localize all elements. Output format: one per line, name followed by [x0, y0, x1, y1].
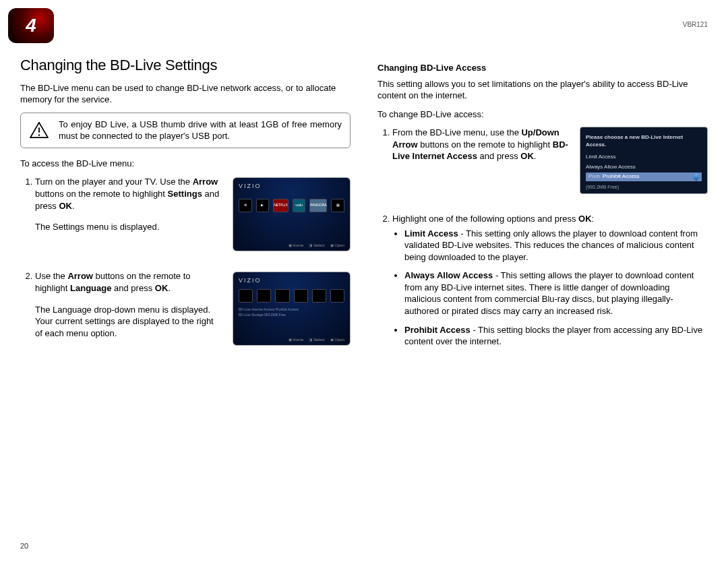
tv-icon-vudu: vudu [293, 199, 306, 212]
popup-free: (993.2MB Free) [586, 184, 702, 190]
tv-footer-item: ◉ Home [289, 337, 304, 342]
tv-icon-pandora: PANDORA [309, 199, 327, 212]
subheading: Changing BD-Live Access [377, 62, 708, 74]
options-list: Limit Access - This setting only allows … [392, 228, 708, 348]
chapter-tab: 4 [8, 8, 54, 43]
tv-logo: VIZIO [239, 182, 344, 190]
tv-line: BD-Live Storage 993.2MB Free [239, 312, 344, 317]
tv-icon [239, 289, 253, 303]
warning-icon [29, 121, 49, 139]
page-number: 20 [20, 541, 28, 551]
tv-panel-language: VIZIO BD-Live Internet Access Prohibit A… [233, 272, 351, 346]
tv-icon [294, 289, 308, 303]
tv-icon [275, 289, 289, 303]
tv-icon: ▦ [331, 199, 344, 212]
popup-prefix: Proh [588, 173, 600, 181]
section-title: Changing the BD-Live Settings [20, 55, 351, 75]
tv-footer: ◉ Home ◑ Select ◉ Open [289, 243, 344, 248]
tv-footer-item: ◉ Home [289, 243, 304, 248]
tv-logo: VIZIO [239, 276, 344, 284]
warning-text: To enjoy BD Live, a USB thumb drive with… [59, 119, 342, 142]
kw-ok: OK [155, 283, 169, 293]
model-code: VBR121 [683, 20, 708, 30]
popup-opt-prohibit: Proh Prohibit Access [586, 173, 702, 181]
popup-opt-limit: Limit Access [586, 153, 702, 162]
text: Turn on the player and your TV. Use the [35, 177, 193, 187]
column-right: Changing BD-Live Access This setting all… [377, 55, 708, 365]
text: buttons on the remote to highlight [418, 139, 553, 150]
chapter-number: 4 [26, 13, 36, 38]
steps-list-right: Please choose a new BD-Live Internet Acc… [377, 127, 708, 347]
tv-panel-settings: VIZIO ⚙ ▶ NETFLIX vudu PANDORA ▦ ◉ Home … [233, 177, 351, 251]
option-label: Limit Access [404, 228, 458, 239]
text: . [534, 151, 537, 161]
tv-icons-row [239, 289, 344, 303]
intro-paragraph: The BD-Live menu can be used to change B… [20, 82, 351, 106]
tv-icons-row: ⚙ ▶ NETFLIX vudu PANDORA ▦ [239, 199, 344, 212]
text: and press [111, 283, 154, 293]
tv-footer-item: ◉ Open [330, 337, 344, 342]
text: : [592, 214, 595, 224]
option-always: Always Allow Access - This setting allow… [404, 270, 708, 317]
step-2: Highlight one of the following options a… [392, 213, 708, 347]
tv-footer: ◉ Home ◑ Select ◉ Open [289, 337, 344, 342]
steps-list: VIZIO ⚙ ▶ NETFLIX vudu PANDORA ▦ ◉ Home … [20, 176, 351, 355]
tv-line: BD-Live Internet Access Prohibit Access [239, 307, 344, 312]
text: and press [477, 151, 520, 161]
popup-panel: Please choose a new BD-Live Internet Acc… [580, 127, 708, 194]
text: . [72, 201, 75, 211]
tv-icon [330, 289, 344, 303]
warning-box: To enjoy BD Live, a USB thumb drive with… [20, 113, 351, 148]
kw-settings: Settings [168, 189, 202, 199]
option-prohibit: Prohibit Access - This setting blocks th… [404, 324, 708, 348]
tv-icon [257, 289, 271, 303]
kw-arrow: Arrow [193, 177, 218, 187]
step-1: Please choose a new BD-Live Internet Acc… [392, 127, 708, 204]
tv-icon [312, 289, 326, 303]
diamond-icon [692, 173, 700, 181]
kw-arrow: Arrow [67, 271, 93, 281]
text: Highlight one of the following options a… [392, 214, 578, 224]
option-label: Prohibit Access [404, 325, 471, 335]
tv-icon: ⚙ [239, 199, 252, 212]
svg-point-2 [38, 134, 40, 136]
tv-footer-item: ◉ Open [330, 243, 344, 248]
kw-ok: OK [578, 214, 592, 224]
lead-in: To change BD-Live access: [377, 108, 708, 121]
access-lead-in: To access the BD-Live menu: [20, 158, 351, 170]
kw-ok: OK [59, 201, 72, 211]
popup-title: Please choose a new BD-Live Internet Acc… [586, 134, 702, 149]
tv-footer-item: ◑ Select [309, 243, 324, 248]
kw-ok: OK [520, 151, 534, 161]
option-label: Always Allow Access [404, 270, 493, 280]
option-limit: Limit Access - This setting only allows … [404, 228, 708, 263]
tv-icon-netflix: NETFLIX [273, 199, 289, 212]
text: buttons on the remote to highlight [35, 189, 168, 199]
text: Use the [35, 271, 67, 281]
step-2: VIZIO BD-Live Internet Access Prohibit A… [35, 270, 351, 355]
tv-footer-item: ◑ Select [309, 337, 324, 342]
tv-icon: ▶ [256, 199, 270, 212]
kw-language: Language [70, 283, 111, 293]
popup-opt-always: Always Allow Access [586, 163, 702, 172]
step-1: VIZIO ⚙ ▶ NETFLIX vudu PANDORA ▦ ◉ Home … [35, 176, 351, 261]
text: . [168, 283, 171, 293]
column-left: Changing the BD-Live Settings The BD-Liv… [20, 55, 351, 365]
text: From the BD-Live menu, use the [392, 127, 521, 137]
popup-selected-label: Prohibit Access [603, 173, 694, 181]
intro-paragraph: This setting allows you to set limitatio… [377, 78, 708, 102]
tv-menu-lines: BD-Live Internet Access Prohibit Access … [239, 307, 344, 317]
